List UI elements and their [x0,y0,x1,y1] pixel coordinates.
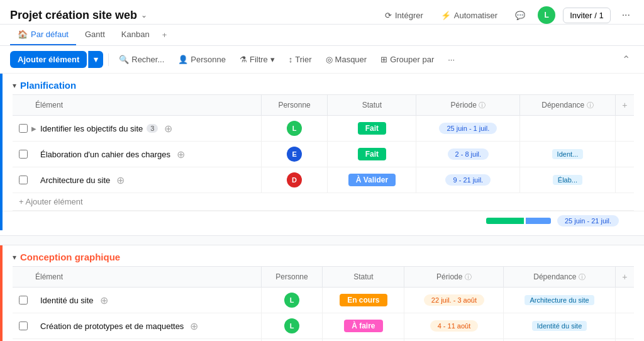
integrer-button[interactable]: ⟳ Intégrer [380,8,428,23]
summary-bar-valider [526,218,551,224]
chat-icon: 💬 [515,11,525,20]
search-button[interactable]: 🔍 Recher... [114,52,169,67]
row-checkbox-1-1[interactable] [19,124,28,133]
invite-button[interactable]: Inviter / 1 [563,8,610,23]
add-sub-icon-1-3[interactable]: ⊕ [116,174,125,186]
add-sub-icon-1-2[interactable]: ⊕ [177,148,185,160]
tab-par-defaut[interactable]: 🏠 Par défaut [10,25,76,45]
search-icon: 🔍 [119,55,129,64]
filter-label: Filtre [250,55,268,64]
tab-kanban[interactable]: Kanban [114,25,157,45]
dep-badge-1-3: Élab... [553,175,582,185]
table-row: Architecture du site ⊕ D À Valider 9 - 2… [13,167,634,193]
add-column-icon-2[interactable]: + [622,272,627,282]
add-element-dropdown-button[interactable]: ▾ [88,51,103,68]
tab-add-button[interactable]: + [158,25,171,45]
item-name-2-2: Création de prototypes et de maquettes [40,321,184,331]
person-avatar-1-1: L [287,121,302,136]
period-cell-1-2: 2 - 8 juil. [416,142,520,167]
status-badge-1-1: Fait [358,122,386,135]
col-add-1[interactable]: + [615,95,634,116]
item-name-1-2: Élaboration d'un cahier des charges [40,150,170,159]
add-element-cell-1[interactable]: + Ajouter élément [13,193,634,211]
extra-cell-2-2 [615,313,634,339]
person-avatar-1-3: D [287,172,302,187]
section-conception: ▾ Conception graphique Élément Personne … [0,245,644,341]
period-info-icon-2[interactable]: ⓘ [465,273,472,281]
add-sub-icon-2-2[interactable]: ⊕ [190,320,198,332]
add-element-row-1[interactable]: + Ajouter élément [13,193,634,211]
item-cell-1-3: Architecture du site ⊕ [13,167,261,193]
item-name-1-1: Identifier les objectifs du site [40,124,143,133]
dep-cell-1-1 [520,116,615,142]
dep-badge-1-2: Ident... [552,149,584,159]
mask-label: Masquer [335,55,367,64]
add-sub-icon-2-1[interactable]: ⊕ [100,294,108,306]
period-badge-1-2: 2 - 8 juil. [448,148,489,160]
table-row: Élaboration d'un cahier des charges ⊕ E … [13,142,634,167]
row-checkbox-2-2[interactable] [19,321,28,330]
conception-header-row: Élément Personne Statut Période ⓘ Dépend… [13,267,634,288]
collapse-button[interactable]: ⌃ [618,51,634,68]
filter-button[interactable]: ⚗ Filtre ▾ [235,52,280,67]
dep-badge-2-1: Architecture du site [525,295,594,305]
col-element-2: Élément [13,267,261,288]
period-cell-1-1: 25 juin - 1 juil. [416,116,520,142]
expand-icon-1-1[interactable]: ▶ [31,125,36,132]
row-checkbox-1-2[interactable] [19,150,28,159]
summary-bars-1 [486,218,551,224]
item-cell-1-2: Élaboration d'un cahier des charges ⊕ [13,142,261,167]
tab-par-defaut-label: Par défaut [31,30,69,39]
col-dependency-2: Dépendance ⓘ [504,267,615,288]
filter-chevron-icon: ▾ [270,55,275,64]
section-planification: ▾ Planification Élément Personne Statut … [0,74,644,230]
person-label: Personne [191,55,226,64]
section-planification-title: Planification [20,80,76,91]
more-options-button[interactable]: ··· [618,7,634,23]
dependency-info-icon-2[interactable]: ⓘ [579,273,586,281]
project-title-area: Projet création site web ⌄ [10,9,147,22]
status-cell-1-3: À Valider [328,167,416,193]
chat-button[interactable]: 💬 [510,8,530,23]
tab-home-icon: 🏠 [18,30,28,39]
status-cell-2-2: À faire [323,313,404,339]
extra-cell-1-2 [615,142,634,167]
section-conception-chevron[interactable]: ▾ [13,253,16,262]
user-avatar[interactable]: L [538,6,555,24]
automatiser-button[interactable]: ⚡ Automatiser [436,8,502,23]
section-planification-chevron[interactable]: ▾ [13,81,16,90]
status-cell-1-1: Fait [328,116,416,142]
tabs-bar: 🏠 Par défaut Gantt Kanban + [0,25,644,46]
add-sub-icon-1-1[interactable]: ⊕ [164,123,172,135]
col-dependency-1: Dépendance ⓘ [520,95,615,116]
status-cell-2-1: En cours [323,288,404,313]
planification-header-row: Élément Personne Statut Période ⓘ Dépend… [13,95,634,116]
dep-cell-1-2: Ident... [520,142,615,167]
period-cell-2-2: 4 - 11 août [404,313,504,339]
group-label: Grouper par [390,55,434,64]
sort-button[interactable]: ↕ Trier [284,52,317,67]
add-element-button[interactable]: Ajouter élément [10,51,87,68]
mask-button[interactable]: ◎ Masquer [321,52,372,67]
col-add-2[interactable]: + [615,267,634,288]
status-cell-1-2: Fait [328,142,416,167]
person-button[interactable]: 👤 Personne [173,52,231,67]
period-cell-1-3: 9 - 21 juil. [416,167,520,193]
invite-label: Inviter / 1 [570,11,603,20]
add-column-icon-1[interactable]: + [622,100,627,110]
project-title-chevron[interactable]: ⌄ [141,11,147,20]
tab-gantt[interactable]: Gantt [77,25,113,45]
group-button[interactable]: ⊞ Grouper par [375,52,439,67]
period-info-icon-1[interactable]: ⓘ [479,101,486,109]
more-toolbar-button[interactable]: ··· [443,52,460,67]
filter-icon: ⚗ [240,55,247,64]
row-checkbox-1-3[interactable] [19,176,28,184]
dep-cell-2-1: Architecture du site [504,288,615,313]
row-checkbox-2-1[interactable] [19,296,28,305]
period-badge-1-3: 9 - 21 juil. [445,174,491,186]
dependency-info-icon-1[interactable]: ⓘ [587,101,594,109]
col-period-1: Période ⓘ [416,95,520,116]
automatiser-label: Automatiser [454,11,497,20]
item-cell-2-2: Création de prototypes et de maquettes ⊕ [13,313,261,339]
period-cell-2-1: 22 juil. - 3 août [404,288,504,313]
